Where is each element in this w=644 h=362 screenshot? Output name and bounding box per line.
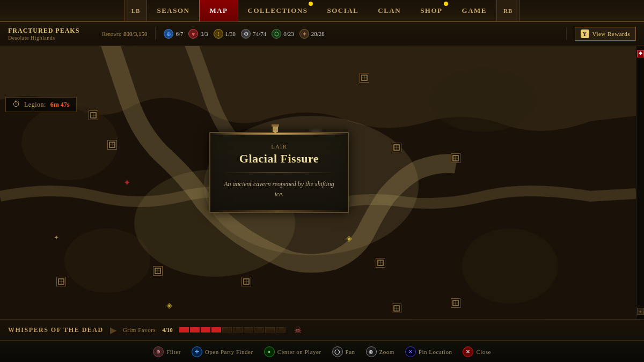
svg-marker-54 xyxy=(273,130,278,135)
map-marker-6[interactable]: ◈ xyxy=(166,301,172,310)
tower-icon: ⬡ xyxy=(272,29,281,39)
pin-location-control: ✕ Pin Location xyxy=(405,346,452,357)
filter-button[interactable]: ⊕ xyxy=(153,346,164,357)
nav-item-season[interactable]: SEASON xyxy=(147,0,199,21)
favor-progress-bar xyxy=(179,327,286,333)
stat-quests: ♥ 0/3 xyxy=(188,29,208,39)
waypoint-icon: ✦ xyxy=(299,29,309,39)
pan-control: ◯ Pan xyxy=(332,346,355,357)
timer-label: Legion: xyxy=(24,101,46,109)
map-marker-15[interactable] xyxy=(451,298,460,308)
nav-item-map[interactable]: MAP xyxy=(199,0,238,21)
zoom-control: ◎ Zoom xyxy=(366,346,394,357)
skull-icon: ☠ xyxy=(294,325,302,335)
favor-segment-2 xyxy=(201,327,210,333)
map-marker-8[interactable]: ◈ xyxy=(346,234,352,243)
grim-favors-label: Grim Favors xyxy=(123,327,156,333)
lair-pin-icon xyxy=(267,123,283,141)
quest-icon: ♥ xyxy=(188,29,198,39)
map-marker-10[interactable] xyxy=(392,304,401,313)
renown-value: 800/3,150 xyxy=(123,31,147,37)
center-player-control: ● Center on Player xyxy=(264,346,321,357)
top-navigation: LB SEASON MAP COLLECTIONS SOCIAL CLAN SH… xyxy=(0,0,644,22)
tooltip-content: Lair Glacial Fissure An ancient cavern r… xyxy=(210,135,348,210)
svg-rect-52 xyxy=(272,124,279,127)
stat-towers: ⬡ 0/23 xyxy=(272,29,294,39)
location-tooltip: Lair Glacial Fissure An ancient cavern r… xyxy=(209,132,349,213)
tooltip-title: Glacial Fissure xyxy=(221,152,337,166)
nav-item-clan[interactable]: CLAN xyxy=(368,0,411,21)
tooltip-divider xyxy=(221,172,337,173)
region-name: FRACTURED PEAKS xyxy=(8,27,94,35)
nav-item-shop[interactable]: SHOP xyxy=(411,0,452,21)
favor-count: 4/10 xyxy=(162,327,173,333)
sub-header: FRACTURED PEAKS Desolate Highlands Renow… xyxy=(0,22,644,46)
favor-segment-0 xyxy=(179,327,189,333)
nav-item-collections[interactable]: COLLECTIONS xyxy=(238,0,318,21)
party-finder-control: ✛ Open Party Finder xyxy=(192,346,253,357)
map-marker-12[interactable]: ✦ xyxy=(54,234,59,242)
event-icon: ! xyxy=(214,29,223,39)
lb-button[interactable]: LB xyxy=(125,0,148,21)
timer-value: 6m 47s xyxy=(50,101,70,109)
favor-segment-4 xyxy=(222,327,232,333)
map-marker-2[interactable] xyxy=(360,73,369,83)
nav-item-game[interactable]: GAME xyxy=(452,0,496,21)
favor-segment-3 xyxy=(211,327,221,333)
bottom-controls: ⊕ Filter ✛ Open Party Finder ● Center on… xyxy=(0,341,644,362)
whispers-label: WHISPERS OF THE DEAD xyxy=(8,326,104,334)
tooltip-description: An ancient cavern reopened by the shifti… xyxy=(221,179,337,200)
location-info: FRACTURED PEAKS Desolate Highlands xyxy=(8,27,94,41)
close-control: ✕ Close xyxy=(463,346,491,357)
stat-collectibles: ⚙ 74/74 xyxy=(241,29,266,39)
stat-dungeons: ⊕ 6/7 xyxy=(164,29,183,39)
zoom-button[interactable]: ◎ xyxy=(366,346,377,357)
stat-waypoints: ✦ 28/28 xyxy=(299,29,325,39)
map-area[interactable]: ✦◈◈✦◈✦ Lair Glacial Fissure An ancient c… xyxy=(0,46,636,319)
stat-group: ⊕ 6/7 ♥ 0/3 ! 1/38 ⚙ 74/74 ⬡ 0/23 ✦ 28/2… xyxy=(164,29,558,39)
collections-badge xyxy=(309,2,313,6)
map-marker-9[interactable] xyxy=(376,258,385,268)
svg-point-3 xyxy=(462,228,558,304)
filter-control: ⊕ Filter xyxy=(153,346,181,357)
compass-button[interactable]: ◆ xyxy=(637,50,644,57)
map-marker-16[interactable] xyxy=(107,140,117,150)
shop-badge xyxy=(444,2,448,6)
view-rewards-button[interactable]: Y View Rewards xyxy=(575,27,636,41)
favor-segment-9 xyxy=(276,327,286,333)
right-scrollbar: ◆ + xyxy=(636,46,644,319)
map-marker-14[interactable] xyxy=(451,153,460,163)
dungeon-icon: ⊕ xyxy=(164,29,173,39)
map-marker-5[interactable] xyxy=(153,266,163,276)
center-player-button[interactable]: ● xyxy=(264,346,275,357)
timer-icon: ⏱ xyxy=(12,100,20,109)
renown-section: Renown: 800/3,150 xyxy=(102,31,147,37)
tooltip-bottom-border xyxy=(210,210,348,212)
favor-segment-1 xyxy=(190,327,200,333)
map-marker-13[interactable] xyxy=(241,277,251,286)
tooltip-category: Lair xyxy=(221,143,337,150)
favor-segment-6 xyxy=(244,327,253,333)
map-marker-0[interactable] xyxy=(89,110,98,120)
y-key-badge: Y xyxy=(581,29,589,38)
pan-button[interactable]: ◯ xyxy=(332,346,343,357)
svg-point-0 xyxy=(21,105,118,180)
collectible-icon: ⚙ xyxy=(241,29,251,39)
map-marker-1[interactable]: ✦ xyxy=(123,178,130,188)
stat-events: ! 1/38 xyxy=(214,29,236,39)
svg-point-2 xyxy=(429,68,537,132)
pin-location-button[interactable]: ✕ xyxy=(405,346,416,357)
party-finder-button[interactable]: ✛ xyxy=(192,346,202,357)
whispers-bar: WHISPERS OF THE DEAD ▶ Grim Favors 4/10 … xyxy=(0,319,644,341)
timer-overlay: ⏱ Legion: 6m 47s xyxy=(5,97,77,112)
rb-button[interactable]: RB xyxy=(496,0,519,21)
zoom-plus-button[interactable]: + xyxy=(637,308,644,315)
favor-segment-8 xyxy=(265,327,275,333)
map-marker-17[interactable] xyxy=(56,277,66,286)
subregion-name: Desolate Highlands xyxy=(8,35,94,41)
nav-item-social[interactable]: SOCIAL xyxy=(317,0,368,21)
favor-segment-5 xyxy=(233,327,243,333)
favor-segment-7 xyxy=(254,327,264,333)
close-button[interactable]: ✕ xyxy=(463,346,473,357)
map-marker-11[interactable] xyxy=(392,143,401,152)
